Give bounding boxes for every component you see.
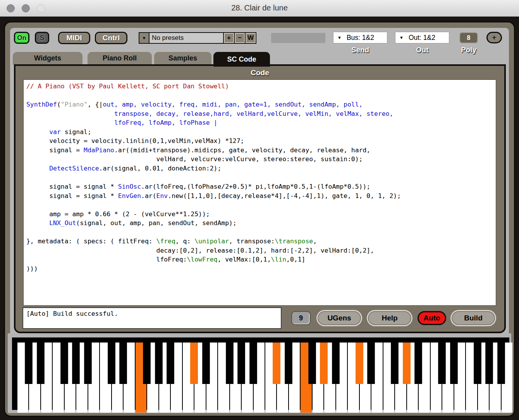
out-bus-value: Out: 1&2 [409,34,435,42]
app-window: 28. Clair de lune On S MIDI Cntrl ▼ No p… [0,0,519,420]
piano-keys [17,343,513,413]
code-line: var signal; [26,127,496,137]
ugen-count-box[interactable]: 9 [291,311,311,325]
code-line: lfoFreq:\lowFreq, velMax:[0,1,\lin,0,1] [26,255,496,264]
piano-black-key-27[interactable] [332,343,340,384]
code-line: ))) [26,264,496,274]
piano-black-key-19[interactable] [237,343,245,384]
piano-black-key-11[interactable] [143,343,151,384]
tab-piano-roll[interactable]: Piano Roll [88,52,152,65]
cntrl-button[interactable]: Cntrl [95,32,127,44]
piano-keybed [12,337,509,410]
solo-button[interactable]: S [35,32,49,44]
piano-black-key-18[interactable] [226,343,234,384]
piano-black-key-29[interactable] [356,343,363,384]
code-line: velHard, velcurve:velCurve, stereo:stere… [26,155,496,164]
piano-black-key-16[interactable] [202,343,210,384]
preset-add-button[interactable]: + [224,33,234,43]
code-line: lfoFreq, lfoAmp, lfoPhase | [26,118,496,127]
preset-field[interactable]: No presets [150,33,223,43]
send-bus-select[interactable]: ▼ Bus: 1&2 [333,32,387,43]
piano-black-key-25[interactable] [308,343,316,384]
code-line: // A Piano (VST by Paul Kellett, SC port… [26,82,496,91]
piano-black-key-4[interactable] [60,343,68,384]
piano-black-key-9[interactable] [119,343,127,384]
piano-black-key-2[interactable] [37,343,45,384]
code-line: DetectSilence.ar(signal, 0.01, doneActio… [26,164,496,173]
piano-black-key-33[interactable] [403,343,411,384]
preset-selector: ▼ No presets + − W [139,32,256,44]
out-label: Out [395,46,449,54]
help-button[interactable]: Help [368,311,411,325]
tab-sc-code[interactable]: SC Code [213,52,270,67]
code-line [26,173,496,182]
on-button[interactable]: On [14,32,29,44]
midi-button[interactable]: MIDI [58,32,90,44]
piano-keyboard [8,333,511,413]
code-line: velocity = velocity.linlin(0,1,velMin,ve… [26,136,496,146]
poly-number-box[interactable]: 8 [459,32,478,43]
piano-black-key-40[interactable] [485,343,493,384]
send-label: Send [333,46,387,54]
code-line: amp = amp * 0.66 * (2 - (velCurve**1.25)… [26,210,496,219]
dropdown-arrow-icon: ▼ [399,35,404,40]
preset-dropdown-arrow-icon[interactable]: ▼ [139,33,149,43]
piano-black-key-32[interactable] [391,343,399,384]
code-line [26,228,496,237]
code-line: transpose, decay, release,hard, velHard,… [26,109,496,119]
window-title: 28. Clair de lune [0,3,519,12]
code-line: LNX_Out(signal, out, amp, pan, sendOut, … [26,219,496,228]
code-editor[interactable]: // A Piano (VST by Paul Kellett, SC port… [23,79,496,306]
piano-black-key-39[interactable] [474,343,481,384]
titlebar: 28. Clair de lune [0,0,519,17]
build-button[interactable]: Build [452,311,495,325]
piano-black-key-13[interactable] [167,343,174,384]
piano-black-key-5[interactable] [72,343,80,384]
piano-black-key-6[interactable] [84,343,92,384]
piano-black-key-41[interactable] [497,343,505,384]
code-line: signal = signal * EnvGen.ar(Env.new([1,1… [26,191,496,201]
tab-widgets[interactable]: Widgets [13,52,82,65]
piano-black-key-34[interactable] [414,343,422,384]
level-meter [271,33,325,43]
code-line: signal = MdaPiano.ar((midi+transpose).mi… [26,146,496,155]
code-line: signal = signal * SinOsc.ar(lfoFreq,(lfo… [26,182,496,191]
piano-black-key-22[interactable] [273,343,280,384]
send-bus-value: Bus: 1&2 [347,34,374,42]
code-panel-title: Code [15,69,504,77]
piano-black-key-37[interactable] [450,343,458,384]
code-line: }, metadata: ( specs: ( filtFreq: \freq,… [26,237,496,246]
sc-code-panel: Code // A Piano (VST by Paul Kellett, SC… [14,64,506,333]
piano-black-key-12[interactable] [155,343,163,384]
piano-black-key-15[interactable] [190,343,198,384]
code-line: decay:[0,2], release:[0.1,2], hard:[-2,2… [26,246,496,255]
auto-build-button[interactable]: Auto [418,311,446,325]
piano-black-key-23[interactable] [285,343,292,384]
piano-black-key-30[interactable] [367,343,375,384]
code-line: SynthDef("Piano", {|out, amp, velocity, … [26,100,496,109]
piano-black-key-20[interactable] [249,343,257,384]
piano-black-key-1[interactable] [25,343,33,384]
build-status: [Auto] Build successful. [22,307,282,329]
out-bus-select[interactable]: ▼ Out: 1&2 [395,32,449,43]
piano-black-key-36[interactable] [438,343,446,384]
ugens-button[interactable]: UGens [318,311,361,325]
code-line [26,200,496,210]
poly-label: Poly [453,46,484,54]
add-button[interactable]: + [486,32,502,43]
code-line [26,91,496,100]
piano-black-key-8[interactable] [108,343,115,384]
tab-samples[interactable]: Samples [154,52,211,65]
preset-write-button[interactable]: W [246,33,256,43]
piano-black-key-26[interactable] [320,343,328,384]
preset-remove-button[interactable]: − [235,33,245,43]
dropdown-arrow-icon: ▼ [337,35,342,40]
